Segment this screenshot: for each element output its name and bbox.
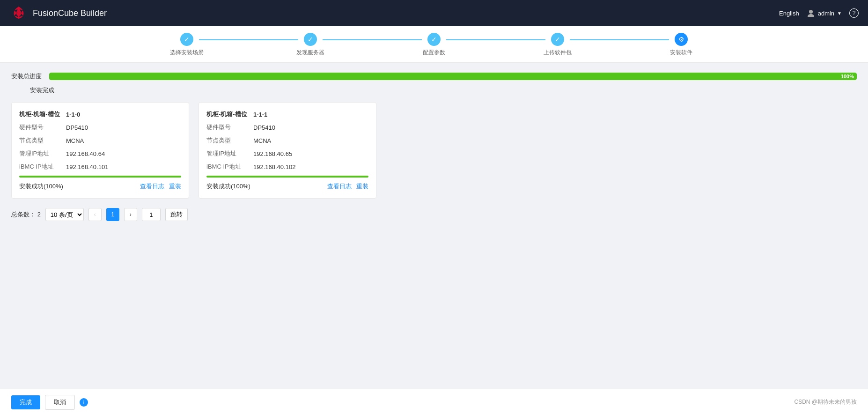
card2-ibmc-label: iBMC IP地址: [206, 163, 253, 171]
app-logo: FusionCube Builder: [9, 6, 107, 21]
step-circle-5: ⚙: [675, 33, 688, 46]
progress-bar-fill: 100%: [49, 73, 857, 80]
step-label-1: 选择安装场景: [170, 49, 204, 57]
card1-log-link[interactable]: 查看日志: [140, 182, 164, 191]
user-dropdown-icon: ▼: [837, 11, 842, 16]
huawei-logo-icon: [9, 6, 28, 21]
card2-progress-bar: [206, 176, 368, 178]
steps-container: ✓ 选择安装场景 ✓ 发现服务器 ✓ 配置参数 ✓ 上传软件包 ⚙ 安装软件: [106, 33, 762, 57]
card2-log-link[interactable]: 查看日志: [327, 182, 352, 191]
progress-bar-wrapper: 100%: [49, 73, 857, 80]
progress-section: 安装总进度 100%: [11, 72, 857, 81]
card1-mgmt-label: 管理IP地址: [19, 149, 66, 158]
card1-mgmt-value: 192.168.40.64: [66, 150, 105, 157]
step-item-3: ✓ 配置参数: [372, 33, 496, 57]
card2-footer: 安装成功(100%) 查看日志 重装: [206, 182, 368, 191]
card1-footer: 安装成功(100%) 查看日志 重装: [19, 182, 181, 191]
card1-node-label: 节点类型: [19, 136, 66, 145]
card2-node-label: 节点类型: [206, 136, 253, 145]
card2-hw-value: DP5410: [253, 124, 275, 131]
card1-rack-row: 机柜-机箱-槽位 1-1-0: [19, 110, 181, 119]
pagination-page-1-button[interactable]: 1: [106, 208, 119, 221]
card1-success-text: 安装成功(100%): [19, 182, 63, 191]
user-icon: [807, 9, 815, 17]
card1-node-value: MCNA: [66, 137, 84, 144]
card1-ibmc-label: iBMC IP地址: [19, 163, 66, 171]
card1-hw-label: 硬件型号: [19, 123, 66, 132]
card1-rack-label: 机柜-机箱-槽位: [19, 110, 66, 119]
card1-hw-value: DP5410: [66, 124, 88, 131]
app-title: FusionCube Builder: [33, 8, 107, 18]
card2-mgmt-row: 管理IP地址 192.168.40.65: [206, 149, 368, 158]
pagination-next-button[interactable]: ›: [124, 208, 137, 221]
card1-reinstall-link[interactable]: 重装: [169, 182, 181, 191]
cards-container: 机柜-机箱-槽位 1-1-0 硬件型号 DP5410 节点类型 MCNA 管理I…: [11, 102, 857, 199]
card2-ibmc-value: 192.168.40.102: [253, 163, 295, 170]
pagination-total-label: 总条数： 2: [11, 210, 41, 219]
header-right: English admin ▼ ?: [779, 8, 859, 18]
card2-hw-row: 硬件型号 DP5410: [206, 123, 368, 132]
progress-label: 安装总进度: [11, 72, 42, 81]
cancel-button[interactable]: 取消: [45, 395, 75, 410]
card2-node-row: 节点类型 MCNA: [206, 136, 368, 145]
card2-node-value: MCNA: [253, 137, 271, 144]
main-content: 安装总进度 100% 安装完成 机柜-机箱-槽位 1-1-0 硬件型号 DP54…: [0, 63, 868, 389]
card1-rack-value: 1-1-0: [66, 111, 80, 118]
server-card-2: 机柜-机箱-槽位 1-1-1 硬件型号 DP5410 节点类型 MCNA 管理I…: [199, 102, 376, 199]
step-circle-1: ✓: [180, 33, 193, 46]
card1-progress-bar: [19, 176, 181, 178]
card2-success-text: 安装成功(100%): [206, 182, 250, 191]
watermark-text: CSDN @期待未来的男孩: [794, 398, 857, 406]
language-selector[interactable]: English: [779, 10, 799, 17]
user-menu[interactable]: admin ▼: [807, 9, 842, 17]
card2-ibmc-row: iBMC IP地址 192.168.40.102: [206, 163, 368, 171]
progress-percent: 100%: [841, 74, 854, 79]
steps-bar: ✓ 选择安装场景 ✓ 发现服务器 ✓ 配置参数 ✓ 上传软件包 ⚙ 安装软件: [0, 26, 868, 63]
card1-mgmt-row: 管理IP地址 192.168.40.64: [19, 149, 181, 158]
svg-point-0: [809, 10, 813, 14]
card2-hw-label: 硬件型号: [206, 123, 253, 132]
card1-ibmc-row: iBMC IP地址 192.168.40.101: [19, 163, 181, 171]
card2-actions: 查看日志 重装: [327, 182, 368, 191]
step-circle-4: ✓: [551, 33, 564, 46]
header: FusionCube Builder English admin ▼ ?: [0, 0, 868, 26]
step-item-4: ✓ 上传软件包: [496, 33, 619, 57]
username-label: admin: [818, 10, 834, 17]
card2-rack-row: 机柜-机箱-槽位 1-1-1: [206, 110, 368, 119]
pagination-jump-input[interactable]: [142, 208, 161, 221]
card1-actions: 查看日志 重装: [140, 182, 181, 191]
server-card-1: 机柜-机箱-槽位 1-1-0 硬件型号 DP5410 节点类型 MCNA 管理I…: [11, 102, 189, 199]
footer: 完成 取消 i CSDN @期待未来的男孩: [0, 389, 868, 415]
card2-mgmt-value: 192.168.40.65: [253, 150, 292, 157]
step-label-4: 上传软件包: [544, 49, 572, 57]
step-item-5: ⚙ 安装软件: [619, 33, 743, 57]
card2-rack-label: 机柜-机箱-槽位: [206, 110, 253, 119]
info-button[interactable]: i: [80, 398, 88, 407]
help-button[interactable]: ?: [849, 8, 859, 18]
progress-status-text: 安装完成: [30, 86, 857, 95]
step-label-2: 发现服务器: [296, 49, 324, 57]
card1-ibmc-value: 192.168.40.101: [66, 163, 108, 170]
step-circle-2: ✓: [304, 33, 317, 46]
card2-reinstall-link[interactable]: 重装: [356, 182, 368, 191]
card1-hw-row: 硬件型号 DP5410: [19, 123, 181, 132]
pagination-per-page-select[interactable]: 10 条/页 20 条/页 50 条/页: [45, 208, 84, 221]
pagination-section: 总条数： 2 10 条/页 20 条/页 50 条/页 ‹ 1 › 跳转: [11, 208, 857, 221]
card1-node-row: 节点类型 MCNA: [19, 136, 181, 145]
finish-button[interactable]: 完成: [11, 395, 40, 409]
pagination-jump-button[interactable]: 跳转: [165, 208, 188, 221]
step-circle-3: ✓: [427, 33, 441, 46]
pagination-prev-button[interactable]: ‹: [88, 208, 102, 221]
card2-rack-value: 1-1-1: [253, 111, 267, 118]
pagination-total-count: 2: [37, 211, 41, 218]
card2-mgmt-label: 管理IP地址: [206, 149, 253, 158]
step-item-1: ✓ 选择安装场景: [125, 33, 249, 57]
step-label-5: 安装软件: [670, 49, 692, 57]
step-label-3: 配置参数: [423, 49, 445, 57]
step-item-2: ✓ 发现服务器: [249, 33, 372, 57]
